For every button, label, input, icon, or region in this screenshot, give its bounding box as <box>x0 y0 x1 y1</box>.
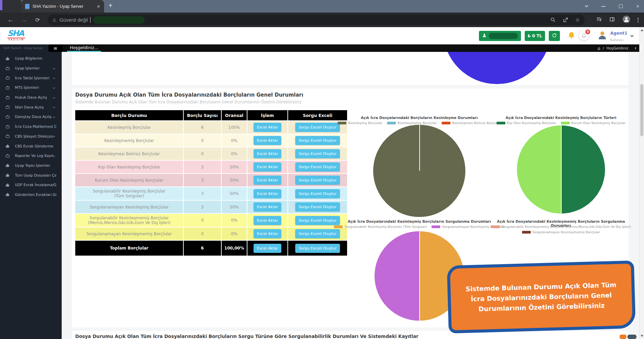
alerts-bell-button[interactable]: 0 <box>579 31 589 41</box>
browser-tab[interactable]: SHA Yazılım - Uyap Server × <box>21 0 104 13</box>
sidebar-item-cbs-evrak[interactable]: CBS Evrak Gönderme <box>0 141 62 151</box>
share-icon[interactable] <box>563 17 568 23</box>
excel-aktar-button[interactable]: Excel Aktar <box>254 202 281 212</box>
excel-aktar-button[interactable]: Excel Aktar <box>254 123 281 132</box>
security-label[interactable]: Güvenli değil <box>60 17 88 23</box>
excel-aktar-button[interactable]: Excel Aktar <box>254 229 281 238</box>
user-role: Kullanıcı <box>610 38 623 42</box>
sidebar-item-uyap-toplu[interactable]: Uyap Toplu İşlemler <box>0 161 62 171</box>
notification-bell-icon[interactable] <box>568 32 575 40</box>
profile-avatar-icon[interactable] <box>622 15 630 25</box>
sorgu-excel-olustur-button[interactable]: Sorgu Exceli Oluştur <box>295 202 340 212</box>
sorgu-excel-olustur-button[interactable]: Sorgu Exceli Oluştur <box>295 136 340 145</box>
excel-aktar-button[interactable]: Excel Aktar <box>254 176 281 185</box>
sorgu-excel-olustur-button[interactable]: Sorgu Exceli Oluştur <box>295 244 340 253</box>
sorgu-excel-olustur-button[interactable]: Sorgu Exceli Oluştur <box>295 189 340 198</box>
floating-button-orange[interactable] <box>620 335 626 339</box>
briefcase-icon <box>5 115 15 119</box>
sidebar-item-gonderilen-evrak[interactable]: Gönderilen Evrakları Görüntüleme <box>0 190 62 200</box>
chevron-down-icon[interactable] <box>585 4 588 7</box>
sorgu-excel-olustur-button[interactable]: Sorgu Exceli Oluştur <box>295 229 340 238</box>
logo-subtext: YAZILIM <box>7 38 25 41</box>
reading-list-icon[interactable] <box>596 16 602 24</box>
sidebar-item-icra-ceza[interactable]: İcra Ceza Mahkemesi Dava Açılış <box>0 122 62 132</box>
legend-swatch <box>497 122 505 124</box>
briefcase-icon <box>5 154 15 158</box>
tab-close-icon[interactable]: × <box>97 3 100 9</box>
chart2-title: Açık İcra Dosyalarındaki Kesinleşmiş Bor… <box>486 116 636 120</box>
sidebar-item-mts-islemleri[interactable]: MTS İşlemleri <box>0 83 62 93</box>
bell-outline-icon <box>581 33 586 38</box>
legend-swatch <box>387 122 396 124</box>
sidebar-item-cbs-sikayet[interactable]: CBS Şikayet Dilekçesi <box>0 132 62 141</box>
reload-icon[interactable]: ⟳ <box>33 13 43 27</box>
url-redacted-text <box>93 16 145 24</box>
chart3-title: Açık İcra Dosyalarındaki Kesinleşmiş Bor… <box>345 219 494 223</box>
table-row: Kurum Olan Kesinleşmiş Borçlular 3 50% E… <box>75 174 347 187</box>
sorgu-excel-olustur-button[interactable]: Sorgu Exceli Oluştur <box>295 149 340 158</box>
user-name: Agent1 <box>610 31 627 36</box>
sidebar-item-raporlar[interactable]: Raporlar Ve Log Kayıtları <box>0 151 62 161</box>
excel-aktar-button[interactable]: Excel Aktar <box>254 189 281 198</box>
sorgu-excel-olustur-button[interactable]: Sorgu Exceli Oluştur <box>295 216 340 225</box>
sidebar-item-hukuk-dava[interactable]: Hukuk Dava Açılış <box>0 93 62 102</box>
collapse-chevron-icon[interactable]: ‹ <box>635 44 637 52</box>
briefcase-icon <box>5 85 15 90</box>
sorgu-excel-olustur-button[interactable]: Sorgu Exceli Oluştur <box>295 176 340 185</box>
table-row: Sorgulanabilir Kesinleşmiş Borçlular(Tüm… <box>75 187 347 201</box>
tab-hosgeldiniz[interactable]: Hoşgeldiniz... <box>67 44 101 52</box>
forward-icon[interactable]: → <box>19 13 29 27</box>
back-icon[interactable]: ← <box>5 13 16 27</box>
tour-callout[interactable]: Sistemde Bulunan Durumu Açık Olan Tüm İc… <box>447 260 636 333</box>
close-window-icon[interactable]: × <box>636 4 639 9</box>
excel-aktar-button[interactable]: Excel Aktar <box>254 136 281 145</box>
excel-aktar-button[interactable]: Excel Aktar <box>254 244 281 253</box>
scroll-up-arrow[interactable] <box>641 29 643 31</box>
minimize-icon[interactable] <box>601 6 605 7</box>
excel-aktar-button[interactable]: Excel Aktar <box>254 216 281 225</box>
chevron-down-icon <box>53 116 55 118</box>
new-tab-button[interactable]: + <box>108 1 113 9</box>
table-row: Kişi Olan Kesinleşmiş Borçlular 3 50% Ex… <box>75 161 347 174</box>
section-title: Dosya Durumu Açık Olan Tüm İcra Dosyalar… <box>75 92 303 98</box>
excel-aktar-button[interactable]: Excel Aktar <box>254 162 281 172</box>
scroll-down-arrow[interactable] <box>641 335 643 337</box>
header-actions: ₺ 0 TL 0 Agent1 Kullanıcı <box>479 31 635 41</box>
menu-kebab-icon[interactable] <box>638 18 639 22</box>
maximize-icon[interactable] <box>619 4 623 8</box>
user-menu[interactable]: Agent1 Kullanıcı <box>597 29 635 42</box>
sidebar-item-danistay-dava[interactable]: Danıştay Dava Açılış <box>0 112 62 122</box>
briefcase-icon <box>5 76 15 80</box>
floating-button-dark[interactable] <box>627 335 637 339</box>
sorgu-excel-olustur-button[interactable]: Sorgu Exceli Oluştur <box>295 162 340 172</box>
briefcase-icon <box>5 134 15 138</box>
sidebar-item-udf-evrak[interactable]: UDF Evrak İmzalama/Görüntüleme <box>0 180 62 190</box>
home-icon[interactable]: ⌂ <box>598 46 600 51</box>
sha-logo[interactable]: SHA YAZILIM <box>7 29 25 41</box>
sidebar-item-uyap-bilgilerim[interactable]: Uyap Bilgilerim <box>0 54 62 63</box>
screen: SHA Yazılım - Uyap Server × + × ← → ⟳ ⚠ … <box>0 0 644 339</box>
balance-button[interactable]: ₺ 0 TL <box>525 31 545 41</box>
logo-text: SHA <box>7 29 25 37</box>
page-scrollbar[interactable] <box>639 27 644 339</box>
browser-tab-strip: SHA Yazılım - Uyap Server × + × <box>0 0 644 13</box>
legend-swatch <box>442 122 450 124</box>
scrollbar-thumb[interactable] <box>640 84 643 136</box>
excel-aktar-button[interactable]: Excel Aktar <box>254 149 281 158</box>
zoom-icon[interactable] <box>550 17 556 23</box>
col-header: İşlem <box>247 110 288 120</box>
url-bar[interactable]: ⚠ Güvenli değil ☆ <box>47 15 585 25</box>
bookmark-star-icon[interactable]: ☆ <box>575 17 580 23</box>
chevron-down-icon <box>53 67 55 69</box>
sidebar-item-uyap-islemler[interactable]: Uyap İşlemler <box>0 63 62 73</box>
sidebar-item-icra-takibi[interactable]: İcra Takibi İşlemleri <box>0 73 62 83</box>
top-chart-card <box>72 52 628 85</box>
sidebar-item-idari-dava[interactable]: İdari Dava Açılış <box>0 102 62 112</box>
thumb-icon <box>5 163 15 167</box>
refresh-button[interactable] <box>549 31 560 41</box>
side-panel-icon[interactable] <box>609 16 615 24</box>
sidebar-item-tum-uyap[interactable]: Tüm Uyap Dosyaları Çekme <box>0 170 62 180</box>
tab-title: SHA Yazılım - Uyap Server <box>33 4 94 9</box>
user-account-button[interactable] <box>479 31 521 41</box>
hamburger-menu-button[interactable]: ≡ <box>48 44 62 52</box>
